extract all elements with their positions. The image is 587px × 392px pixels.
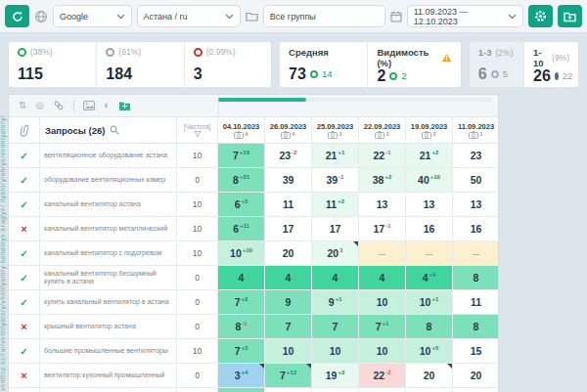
target-icon[interactable]: ◎ <box>35 101 44 110</box>
query-cell[interactable]: канальный вентилятор металлический <box>40 217 177 241</box>
position-cell[interactable]: -- <box>359 241 406 266</box>
sort-icon[interactable]: ⇅ <box>19 101 26 110</box>
position-cell[interactable] <box>312 388 359 392</box>
position-cell[interactable]: 22-2 <box>359 364 406 388</box>
position-cell[interactable]: 19+3 <box>312 364 359 388</box>
table-row[interactable]: ×канальный вентилятор металлический106+1… <box>9 217 498 241</box>
position-cell[interactable]: 7 <box>265 315 312 339</box>
position-cell[interactable]: 201 <box>312 241 359 266</box>
position-cell[interactable]: -- <box>453 241 499 266</box>
position-cell[interactable]: 9 <box>265 290 312 315</box>
position-cell[interactable]: 7+16 <box>218 144 265 168</box>
position-cell[interactable]: 23 <box>453 144 499 168</box>
position-cell[interactable]: 10+10 <box>218 241 265 266</box>
table-row[interactable]: ×крышный вентилятор астана08-1777+188 <box>9 315 498 339</box>
attachment-column-header[interactable] <box>9 117 40 144</box>
query-cell[interactable]: оборудование вентиляционных камер <box>40 168 177 193</box>
query-cell[interactable]: вентиляционное оборудование астана <box>40 144 177 168</box>
position-cell[interactable]: 20 <box>406 364 453 388</box>
position-cell[interactable]: 3+4 <box>218 364 265 388</box>
position-cell[interactable]: 10+5 <box>406 339 453 364</box>
position-cell[interactable]: 7 <box>312 315 359 339</box>
frequency-column-header[interactable]: [Частота] <box>177 117 218 144</box>
query-cell[interactable]: вентилятор кухонный промышленный <box>40 364 177 388</box>
date-column-header[interactable]: 04.10.20239 <box>218 117 265 144</box>
table-row[interactable]: ✓большие промышленные вентиляторы107+310… <box>9 339 498 364</box>
table-row[interactable] <box>9 388 498 392</box>
image-icon[interactable] <box>83 101 95 110</box>
position-cell[interactable]: 4+4 <box>406 266 453 290</box>
declined-count-card[interactable]: (0.99%) 3 <box>184 42 271 87</box>
improved-count-card[interactable]: (38%) 115 <box>9 42 96 87</box>
position-cell[interactable]: 11 <box>453 290 499 315</box>
folder-icon[interactable] <box>246 11 258 22</box>
table-row[interactable]: ✓купить канальный вентилятор в астана07+… <box>9 290 498 315</box>
link-icon[interactable] <box>53 100 65 111</box>
green-folder-icon[interactable] <box>118 101 131 111</box>
position-cell[interactable]: 17-1 <box>359 217 406 241</box>
date-range-select[interactable]: 11.09.2023 — 12.10.2023 <box>407 5 523 27</box>
position-cell[interactable]: 21+2 <box>406 144 453 168</box>
position-cell[interactable]: 8 <box>453 315 499 339</box>
settings-button[interactable] <box>528 5 553 27</box>
position-cell[interactable] <box>453 388 499 392</box>
position-cell[interactable]: 10 <box>359 290 406 315</box>
horizontal-scrollbar[interactable] <box>218 98 492 102</box>
table-row[interactable]: ×вентилятор кухонный промышленный03+47+1… <box>9 364 498 388</box>
position-cell[interactable]: 16 <box>406 217 453 241</box>
position-cell[interactable]: 7+1 <box>359 315 406 339</box>
table-row[interactable]: ✓канальный вентилятор бесшумный купить в… <box>9 266 498 290</box>
export-button[interactable] <box>558 5 582 27</box>
position-cell[interactable]: 13 <box>359 193 406 217</box>
query-cell[interactable]: крышный вентилятор астана <box>40 315 177 339</box>
position-cell[interactable]: 9+1 <box>312 290 359 315</box>
search-icon[interactable] <box>110 125 119 135</box>
position-cell[interactable]: 8 <box>406 315 453 339</box>
position-cell[interactable]: 4 <box>218 266 265 290</box>
queries-column-header[interactable]: Запросы (26) <box>40 117 177 144</box>
position-cell[interactable]: 10 <box>359 339 406 364</box>
position-cell[interactable]: 4 <box>312 266 359 290</box>
filter-icon[interactable] <box>194 131 202 137</box>
position-cell[interactable]: 20 <box>453 364 499 388</box>
query-cell[interactable]: канальный вентилятор астана <box>40 193 177 217</box>
refresh-button[interactable] <box>5 5 29 27</box>
position-cell[interactable]: 11+2 <box>312 193 359 217</box>
position-cell[interactable]: 10 <box>265 339 312 364</box>
position-cell[interactable]: 38+2 <box>359 168 406 193</box>
position-cell[interactable]: 11 <box>265 193 312 217</box>
position-cell[interactable] <box>359 388 406 392</box>
position-cell[interactable]: 15 <box>453 339 499 364</box>
date-column-header[interactable]: 11.09.20231 <box>453 117 499 144</box>
groups-filter-field[interactable]: Все группы <box>263 5 385 27</box>
position-cell[interactable]: 10+1 <box>406 290 453 315</box>
date-column-header[interactable]: 19.09.20232 <box>406 117 453 144</box>
calendar-icon[interactable] <box>390 11 402 22</box>
position-cell[interactable]: 50 <box>453 168 499 193</box>
table-row[interactable]: ✓канальный вентилятор с подогревом1010+1… <box>9 241 498 266</box>
position-cell[interactable]: 4 <box>265 266 312 290</box>
table-row[interactable]: ✓канальный вентилятор астана106+51111+21… <box>9 193 498 217</box>
scrollbar-thumb[interactable] <box>218 98 306 102</box>
position-cell[interactable]: 7+12 <box>265 364 312 388</box>
position-cell[interactable]: 39-1 <box>312 168 359 193</box>
position-cell[interactable]: 39 <box>265 168 312 193</box>
top10-card[interactable]: 1-10(9%) 2622 <box>523 42 578 87</box>
unchanged-count-card[interactable]: (61%) 184 <box>96 42 183 87</box>
position-cell[interactable]: 17 <box>312 217 359 241</box>
position-cell[interactable]: 8+31 <box>218 168 265 193</box>
position-cell[interactable]: 20 <box>265 241 312 266</box>
average-position-card[interactable]: Средняя 7314 <box>280 42 367 87</box>
position-cell[interactable]: -- <box>406 241 453 266</box>
position-cell[interactable]: 22-1 <box>359 144 406 168</box>
position-cell[interactable] <box>265 388 312 392</box>
position-cell[interactable]: 23-2 <box>265 144 312 168</box>
position-cell[interactable]: 8 <box>453 266 499 290</box>
position-cell[interactable]: 7+3 <box>218 339 265 364</box>
query-cell[interactable]: купить канальный вентилятор в астана <box>40 290 177 315</box>
table-row[interactable]: ✓вентиляционное оборудование астана107+1… <box>9 144 498 168</box>
query-cell[interactable]: канальный вентилятор с подогревом <box>40 241 177 266</box>
date-column-header[interactable]: 22.09.20233 <box>359 117 406 144</box>
query-cell[interactable]: большие промышленные вентиляторы <box>40 339 177 364</box>
position-cell[interactable]: 13 <box>453 193 499 217</box>
